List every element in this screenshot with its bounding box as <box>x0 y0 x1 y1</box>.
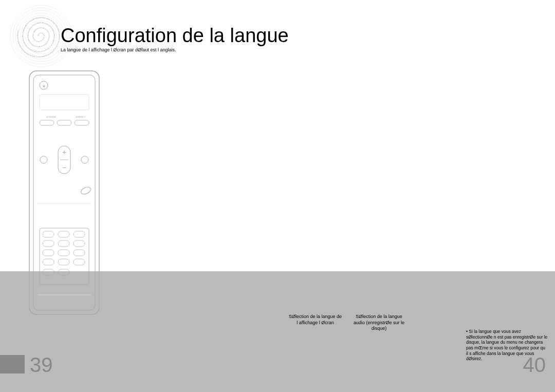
page-number-right: 40 <box>523 353 546 377</box>
caption-line: SØlection de la langue de <box>289 314 342 319</box>
page-bar-left <box>0 355 25 374</box>
svg-text:−: − <box>62 163 66 172</box>
svg-rect-28 <box>43 231 54 237</box>
svg-point-19 <box>40 156 47 163</box>
caption-line: SØlection de la langue <box>356 314 402 319</box>
svg-point-20 <box>81 156 88 163</box>
svg-rect-34 <box>43 250 54 256</box>
note-bullet: • <box>466 329 468 334</box>
svg-rect-37 <box>43 259 54 265</box>
remote-control-illustration: ⏻ ⊕ SOUND ⊕ EFFECT + − <box>28 70 100 315</box>
svg-point-25 <box>80 185 91 195</box>
svg-text:⏻: ⏻ <box>43 84 45 87</box>
svg-rect-32 <box>58 240 69 247</box>
svg-text:⊕ EFFECT: ⊕ EFFECT <box>76 116 86 118</box>
svg-rect-29 <box>58 231 69 237</box>
caption-audio-language: SØlection de la langue audio (enregistrØ… <box>354 314 404 332</box>
page-title: Configuration de la langue <box>61 25 289 47</box>
caption-line: audio (enregistrØe sur le <box>354 320 404 325</box>
svg-rect-41 <box>58 269 69 275</box>
svg-rect-35 <box>58 250 69 256</box>
svg-rect-36 <box>73 250 85 256</box>
caption-line: disque) <box>372 326 387 331</box>
caption-osd-language: SØlection de la langue de l affichage l … <box>289 314 342 326</box>
svg-text:+: + <box>62 148 66 156</box>
svg-rect-40 <box>43 269 54 275</box>
svg-rect-33 <box>73 240 85 247</box>
svg-rect-13 <box>40 95 89 110</box>
svg-rect-16 <box>40 120 54 125</box>
svg-rect-39 <box>73 259 85 265</box>
svg-rect-18 <box>75 120 89 125</box>
svg-text:lorem ipsum dolor sit amet con: lorem ipsum dolor sit amet consectetur a… <box>16 16 61 58</box>
caption-line: l affichage l Øcran <box>297 320 334 325</box>
svg-rect-10 <box>33 75 95 310</box>
svg-rect-17 <box>57 120 71 125</box>
page-number-left: 39 <box>30 353 53 377</box>
svg-text:⊕ SOUND: ⊕ SOUND <box>46 116 56 118</box>
page-subtitle: La langue de l affichage l Øcran par dØf… <box>61 47 176 52</box>
svg-rect-27 <box>40 228 89 285</box>
svg-rect-38 <box>58 259 69 265</box>
svg-rect-31 <box>43 240 54 247</box>
svg-rect-30 <box>73 231 85 237</box>
svg-point-6 <box>26 21 57 51</box>
